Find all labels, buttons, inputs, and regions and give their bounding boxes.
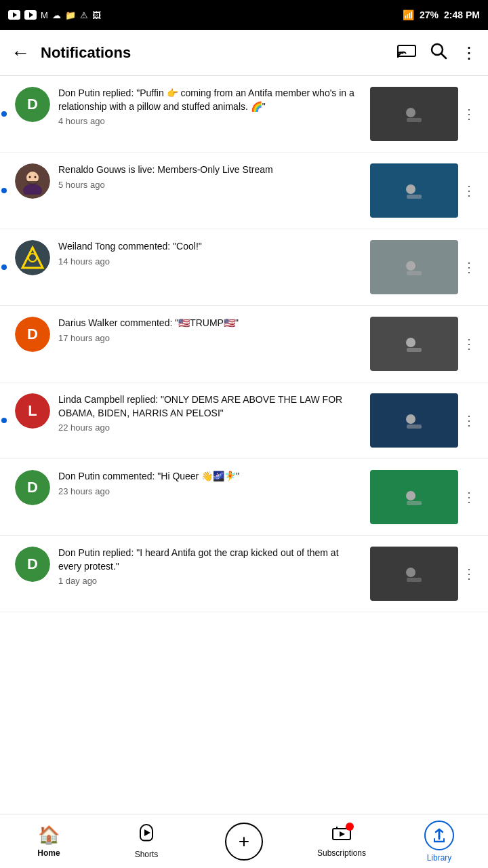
notification-time: 17 hours ago	[58, 333, 363, 343]
notification-time: 1 day ago	[58, 576, 363, 586]
library-label: Library	[427, 853, 452, 863]
notification-item[interactable]: Renaldo Gouws is live: Members-Only Live…	[0, 153, 488, 229]
svg-point-18	[406, 261, 415, 271]
svg-rect-27	[407, 578, 422, 582]
notification-text: Don Putin replied: "Puffin 👉 coming from…	[58, 87, 363, 113]
notification-content: Weiland Tong commented: "Cool!" 14 hours…	[58, 240, 363, 267]
svg-point-12	[29, 176, 31, 178]
svg-point-24	[406, 491, 415, 500]
youtube2-icon	[24, 10, 37, 20]
notification-thumbnail	[370, 470, 458, 524]
svg-rect-15	[407, 195, 422, 199]
svg-point-17	[28, 254, 37, 262]
svg-rect-9	[407, 118, 422, 122]
nav-shorts[interactable]: Shorts	[119, 823, 174, 859]
svg-rect-23	[407, 425, 422, 429]
svg-line-7	[441, 54, 446, 58]
notification-item[interactable]: D Don Putin replied: "Puffin 👉 coming fr…	[0, 76, 488, 153]
notification-time: 4 hours ago	[58, 116, 363, 126]
notification-thumbnail	[370, 87, 458, 141]
notification-content: Renaldo Gouws is live: Members-Only Live…	[58, 163, 363, 190]
notification-item[interactable]: L Linda Campbell replied: "ONLY DEMS ARE…	[0, 382, 488, 459]
notification-time: 22 hours ago	[58, 422, 363, 433]
notification-thumbnail	[370, 393, 458, 448]
avatar: D	[15, 470, 50, 505]
notification-text: Linda Campbell replied: "ONLY DEMS ARE A…	[58, 393, 363, 420]
notification-more-button[interactable]: ⋮	[458, 410, 480, 431]
notification-text: Don Putin commented: "Hi Queer 👋🌌🧚"	[58, 470, 363, 484]
more-options-button[interactable]: ⋮	[461, 43, 477, 62]
nav-home[interactable]: 🏠 Home	[22, 825, 76, 858]
app-bar: ← Notifications ⋮	[0, 30, 488, 76]
notification-thumbnail	[370, 317, 458, 371]
search-button[interactable]	[430, 42, 447, 64]
avatar: D	[15, 317, 50, 352]
svg-rect-19	[407, 271, 422, 275]
avatar: L	[15, 393, 50, 429]
cloud-icon: ☁	[52, 10, 61, 20]
svg-point-26	[406, 568, 415, 577]
subscriptions-label: Subscriptions	[317, 848, 366, 858]
notification-text: Renaldo Gouws is live: Members-Only Live…	[58, 163, 363, 177]
notification-item[interactable]: D Don Putin commented: "Hi Queer 👋🌌🧚" 23…	[0, 459, 488, 536]
notification-time: 14 hours ago	[58, 256, 363, 267]
notification-text: Darius Walker commented: "🇺🇸TRUMP🇺🇸"	[58, 317, 363, 330]
notification-more-button[interactable]: ⋮	[458, 333, 480, 355]
notification-item[interactable]: D Don Putin replied: "I heard Antifa got…	[0, 536, 488, 612]
notification-item[interactable]: Weiland Tong commented: "Cool!" 14 hours…	[0, 229, 488, 306]
alert-icon: ⚠	[80, 10, 88, 20]
notification-thumbnail	[370, 240, 458, 294]
notification-more-button[interactable]: ⋮	[458, 103, 480, 125]
notification-more-button[interactable]: ⋮	[458, 486, 480, 508]
notification-more-button[interactable]: ⋮	[458, 256, 480, 278]
add-symbol: +	[239, 832, 249, 851]
svg-rect-25	[407, 501, 422, 505]
notification-thumbnail	[370, 547, 458, 601]
notification-content: Don Putin replied: "I heard Antifa got t…	[58, 547, 363, 586]
subscription-notification-dot	[346, 823, 354, 831]
svg-marker-30	[340, 831, 345, 837]
shorts-icon	[138, 823, 155, 847]
svg-point-20	[406, 338, 415, 347]
nav-library[interactable]: Library	[412, 821, 466, 863]
home-icon: 🏠	[38, 825, 60, 846]
home-label: Home	[37, 848, 60, 858]
wifi-icon: 📶	[403, 9, 414, 20]
avatar: D	[15, 547, 50, 582]
app-bar-icons: ⋮	[397, 42, 477, 64]
back-button[interactable]: ←	[11, 43, 30, 62]
bottom-nav: 🏠 Home Shorts + Subscriptions	[0, 814, 488, 868]
notification-content: Darius Walker commented: "🇺🇸TRUMP🇺🇸" 17 …	[58, 317, 363, 343]
svg-point-8	[406, 108, 415, 117]
notification-text: Weiland Tong commented: "Cool!"	[58, 240, 363, 254]
add-icon[interactable]: +	[225, 823, 263, 861]
avatar: D	[15, 87, 50, 122]
library-icon	[424, 821, 454, 850]
svg-marker-28	[144, 829, 150, 836]
notification-more-button[interactable]: ⋮	[458, 180, 480, 201]
status-bar: M ☁ 📁 ⚠ 🖼 📶 27% 2:48 PM	[0, 0, 488, 30]
nav-add[interactable]: +	[217, 823, 271, 861]
svg-rect-4	[398, 45, 415, 56]
notification-item[interactable]: D Darius Walker commented: "🇺🇸TRUMP🇺🇸" 1…	[0, 306, 488, 382]
svg-point-14	[406, 184, 415, 194]
cast-button[interactable]	[397, 43, 416, 63]
svg-point-11	[23, 184, 42, 195]
notifications-list: D Don Putin replied: "Puffin 👉 coming fr…	[0, 76, 488, 814]
svg-rect-21	[407, 348, 422, 352]
status-bar-left: M ☁ 📁 ⚠ 🖼	[8, 10, 101, 20]
nav-subscriptions[interactable]: Subscriptions	[314, 825, 369, 858]
notification-content: Linda Campbell replied: "ONLY DEMS ARE A…	[58, 393, 363, 433]
avatar	[15, 163, 50, 199]
subscriptions-icon-wrap	[332, 825, 351, 846]
notification-more-button[interactable]: ⋮	[458, 563, 480, 585]
notification-time: 23 hours ago	[58, 486, 363, 496]
notification-text: Don Putin replied: "I heard Antifa got t…	[58, 547, 363, 573]
music-icon: M	[41, 10, 48, 20]
shorts-label: Shorts	[135, 850, 159, 859]
notification-content: Don Putin commented: "Hi Queer 👋🌌🧚" 23 h…	[58, 470, 363, 496]
svg-point-13	[35, 176, 37, 178]
status-bar-right: 📶 27% 2:48 PM	[403, 9, 480, 20]
svg-marker-16	[22, 248, 43, 268]
notification-time: 5 hours ago	[58, 180, 363, 190]
